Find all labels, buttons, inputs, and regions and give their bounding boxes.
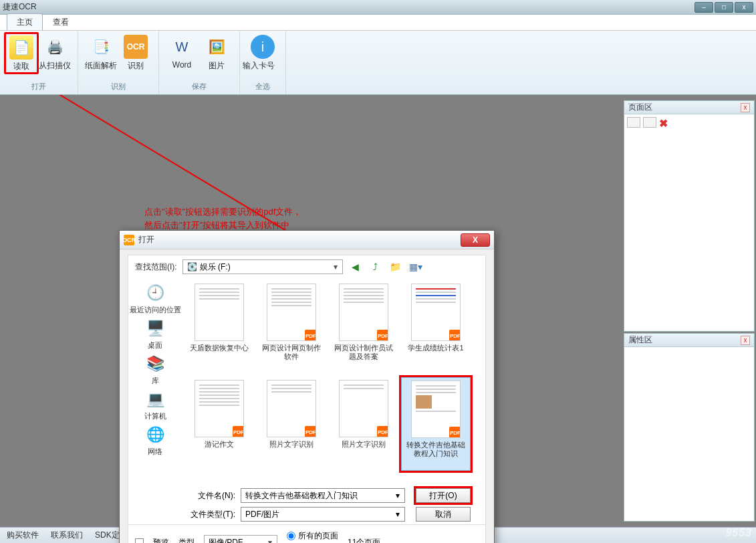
file-item[interactable]: PDF网页设计网页制作软件 — [257, 281, 326, 374]
dialog-titlebar[interactable]: OCR 打开 X — [120, 231, 494, 249]
status-buy[interactable]: 购买软件 — [7, 530, 39, 541]
pdf-badge-icon: PDF — [377, 426, 388, 437]
pdf-badge-icon: PDF — [233, 426, 244, 437]
file-item[interactable]: PDF游记作文 — [184, 377, 254, 471]
prop-panel: 属性区 x — [624, 333, 755, 522]
filename-label: 文件名(N): — [135, 490, 235, 502]
prop-panel-close-icon[interactable]: x — [741, 336, 750, 345]
card-button[interactable]: i 输入卡号 — [245, 33, 280, 72]
menubar: 主页 查看 — [0, 15, 756, 31]
group-save-label: 保存 — [192, 82, 207, 93]
dialog-close-button[interactable]: X — [461, 233, 490, 247]
pdf-badge-icon: PDF — [377, 330, 388, 341]
all-pages-radio[interactable] — [287, 532, 295, 540]
ribbon: 📄 读取 🖨️ 从扫描仪 打开 📑 纸面解析 OCR 识别 — [0, 31, 756, 95]
group-recognize-label: 识别 — [111, 82, 126, 93]
chevron-down-icon: ▾ — [330, 262, 341, 272]
recognize-button[interactable]: OCR 识别 — [118, 33, 153, 72]
scanner-button[interactable]: 🖨️ 从扫描仪 — [37, 33, 72, 73]
word-button[interactable]: W Word — [164, 33, 199, 72]
view-mode-icon[interactable]: ▦▾ — [408, 259, 423, 274]
preview-checkbox[interactable] — [135, 538, 144, 544]
file-item[interactable]: PDF照片文字识别 — [329, 377, 398, 471]
look-in-label: 查找范围(I): — [135, 261, 177, 273]
panel-tool-icon[interactable] — [643, 117, 656, 128]
ocr-icon: OCR — [124, 35, 148, 59]
chevron-down-icon: ▾ — [265, 538, 275, 543]
dialog-title: 打开 — [138, 234, 154, 245]
app-title: 捷速OCR — [3, 1, 37, 13]
pdf-badge-icon: PDF — [449, 330, 461, 341]
page-parse-button[interactable]: 📑 纸面解析 — [84, 33, 118, 72]
file-item[interactable]: 天盾数据恢复中心 — [184, 281, 254, 374]
file-grid: 天盾数据恢复中心 PDF网页设计网页制作软件 PDF网页设计制作员试题及答案 P… — [182, 278, 485, 485]
file-item[interactable]: PDF网页设计制作员试题及答案 — [329, 281, 398, 374]
group-open-label: 打开 — [31, 82, 46, 93]
chevron-down-icon: ▾ — [392, 491, 403, 500]
library-icon: 📚 — [143, 353, 167, 374]
pdf-badge-icon: PDF — [305, 426, 316, 437]
preview-label: 预览 — [153, 537, 169, 544]
close-button[interactable]: x — [735, 2, 753, 13]
place-computer[interactable]: 💻计算机 — [143, 389, 167, 421]
filetype-combo[interactable]: PDF/图片▾ — [241, 507, 405, 522]
page-count: 11个页面 — [348, 537, 380, 544]
panel-tool-icon[interactable] — [627, 117, 640, 128]
page-panel: 页面区 x ✖ — [624, 100, 755, 332]
dialog-icon: OCR — [124, 235, 134, 245]
watermark: 9553 — [725, 527, 752, 539]
file-item[interactable]: PDF照片文字识别 — [257, 377, 326, 471]
open-dialog: OCR 打开 X 查找范围(I): 💽 娱乐 (F:) ▾ ◀ ⤴ 📁 ▦▾ — [119, 230, 495, 543]
desktop-icon: 🖥️ — [143, 318, 167, 339]
network-icon: 🌐 — [143, 424, 167, 445]
up-icon[interactable]: ⤴ — [368, 259, 383, 274]
page-panel-close-icon[interactable]: x — [741, 103, 750, 112]
place-desktop[interactable]: 🖥️桌面 — [143, 318, 167, 350]
filename-input[interactable]: 转换文件吉他基础教程入门知识▾ — [241, 488, 405, 503]
pdf-badge-icon: PDF — [449, 427, 461, 438]
annotation: 点击"读取"按钮选择需要识别的pdf文件， 然后点击"打开"按钮将其导入到软件中 — [144, 205, 301, 231]
read-button[interactable]: 📄 读取 — [4, 32, 39, 74]
status-contact[interactable]: 联系我们 — [51, 530, 83, 541]
file-item[interactable]: PDF学生成绩统计表1 — [401, 281, 471, 374]
tab-home[interactable]: 主页 — [7, 13, 43, 30]
scanner-icon: 🖨️ — [43, 35, 67, 59]
prop-panel-title: 属性区 — [628, 334, 652, 346]
file-item-selected[interactable]: PDF转换文件吉他基础教程入门知识 — [401, 377, 471, 471]
type-combo[interactable]: 图像/PDF▾ — [204, 535, 277, 543]
maximize-button[interactable]: □ — [715, 2, 733, 13]
read-icon: 📄 — [9, 35, 33, 60]
new-folder-icon[interactable]: 📁 — [388, 259, 403, 274]
page-parse-icon: 📑 — [89, 35, 113, 59]
word-icon: W — [170, 35, 194, 59]
place-library[interactable]: 📚库 — [143, 353, 167, 386]
image-icon: 🖼️ — [205, 35, 229, 59]
workarea: 点击"读取"按钮选择需要识别的pdf文件， 然后点击"打开"按钮将其导入到软件中… — [0, 95, 756, 527]
tab-view[interactable]: 查看 — [43, 13, 79, 30]
minimize-button[interactable]: – — [695, 2, 713, 13]
recent-icon: 🕘 — [143, 282, 167, 304]
filetype-label: 文件类型(T): — [135, 509, 235, 520]
back-icon[interactable]: ◀ — [348, 259, 363, 274]
info-icon: i — [251, 35, 275, 59]
computer-icon: 💻 — [143, 389, 167, 410]
place-recent[interactable]: 🕘最近访问的位置 — [130, 282, 181, 315]
place-network[interactable]: 🌐网络 — [143, 424, 167, 457]
open-button[interactable]: 打开(O) — [416, 488, 471, 503]
titlebar: 捷速OCR – □ x — [0, 0, 756, 15]
image-button[interactable]: 🖼️ 图片 — [199, 33, 234, 72]
cancel-button[interactable]: 取消 — [416, 507, 471, 522]
chevron-down-icon: ▾ — [392, 510, 403, 519]
group-all-label: 全选 — [255, 82, 270, 93]
panel-delete-icon[interactable]: ✖ — [659, 117, 672, 128]
page-panel-title: 页面区 — [628, 102, 652, 113]
type-label: 类型 — [178, 537, 195, 544]
pdf-badge-icon: PDF — [305, 330, 316, 341]
location-combo[interactable]: 💽 娱乐 (F:) ▾ — [182, 259, 343, 274]
places-bar: 🕘最近访问的位置 🖥️桌面 📚库 💻计算机 🌐网络 — [128, 278, 182, 485]
